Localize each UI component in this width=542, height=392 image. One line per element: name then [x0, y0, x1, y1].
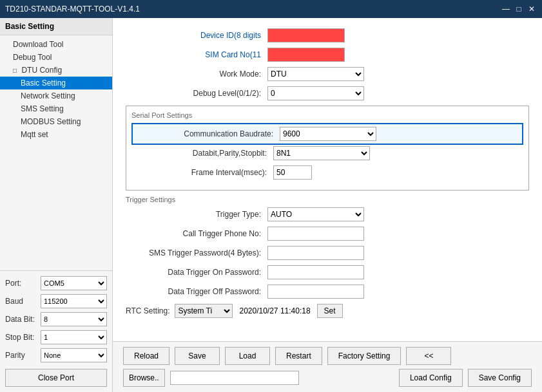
modbus-setting-label: MODBUS Setting [21, 117, 81, 126]
sidebar-item-sms-setting[interactable]: SMS Setting [0, 102, 112, 115]
dtu-config-label: DTU Config [21, 66, 62, 75]
content-area: Device ID(8 digits SIM Card No(11 Work M… [113, 18, 542, 341]
sms-trigger-label: SMS Trigger Password(4 Bytes): [126, 248, 267, 257]
left-panel: Basic Setting Download Tool Debug Tool □… [0, 18, 113, 392]
port-section: Port: COM5 Baud 115200 Data Bit: 8 Stop … [0, 270, 112, 392]
comm-baudrate-row: Communication Baudrate: 9600 19200 38400… [131, 123, 523, 145]
frame-interval-label: Frame Interval(msec): [131, 168, 273, 177]
close-button[interactable]: ✕ [527, 4, 537, 14]
factory-setting-button[interactable]: Factory Setting [327, 347, 402, 365]
data-bit-select[interactable]: 8 [41, 312, 107, 326]
port-select[interactable]: COM5 [41, 276, 107, 290]
bottom-toolbar: Reload Save Load Restart Factory Setting… [113, 341, 542, 392]
comm-baudrate-select[interactable]: 9600 19200 38400 57600 115200 [280, 127, 376, 141]
app-title: TD210-STANDAR-MQTT-TOOL-V1.4.1 [5, 5, 140, 14]
network-setting-label: Network Setting [21, 91, 75, 100]
sidebar-item-debug-tool[interactable]: Debug Tool [0, 51, 112, 64]
sms-trigger-input[interactable] [267, 246, 364, 260]
debug-level-select[interactable]: 0 1 2 [267, 86, 364, 100]
serial-port-label: Serial Port Settings [131, 111, 523, 119]
download-tool-label: Download Tool [13, 40, 64, 49]
data-trigger-off-row: Data Trigger Off Password: [126, 285, 529, 299]
sidebar-item-dtu-config[interactable]: □ DTU Config [0, 64, 112, 77]
call-trigger-row: Call Trigger Phone No: [126, 227, 529, 241]
reload-button[interactable]: Reload [123, 347, 169, 365]
rtc-setting-label: RTC Setting: [126, 306, 169, 315]
title-bar: TD210-STANDAR-MQTT-TOOL-V1.4.1 — □ ✕ [0, 0, 542, 18]
parity-label: Parity [5, 351, 41, 360]
work-mode-row: Work Mode: DTU ModBus TCP [126, 67, 529, 81]
serial-port-section: Serial Port Settings Communication Baudr… [126, 106, 529, 191]
save-button[interactable]: Save [175, 347, 220, 365]
sim-card-row: SIM Card No(11 [126, 48, 529, 62]
rtc-time-value: 2020/10/27 11:40:18 [239, 306, 310, 315]
mqtt-set-label: Mqtt set [21, 130, 48, 139]
device-id-input[interactable] [267, 28, 345, 42]
save-config-button[interactable]: Save Config [468, 369, 532, 387]
trigger-type-label: Trigger Type: [126, 210, 267, 219]
work-mode-label: Work Mode: [126, 70, 267, 79]
arrow-button[interactable]: << [406, 347, 451, 365]
sidebar-item-basic-setting[interactable]: Basic Setting [0, 77, 112, 89]
sidebar-item-modbus-setting[interactable]: MODBUS Setting [0, 115, 112, 128]
browse-button[interactable]: Browse.. [123, 369, 165, 387]
comm-baudrate-label: Communication Baudrate: [138, 129, 280, 138]
panel-header: Basic Setting [0, 18, 112, 35]
minimize-button[interactable]: — [501, 4, 511, 14]
data-parity-row: Databit,Parity,Stopbit: 8N1 7E1 7O1 [131, 146, 523, 160]
device-id-row: Device ID(8 digits [126, 28, 529, 42]
data-trigger-on-label: Data Trigger On Password: [126, 268, 267, 277]
sms-setting-label: SMS Setting [21, 104, 64, 113]
rtc-row: RTC Setting: System Ti 2020/10/27 11:40:… [126, 304, 529, 318]
data-trigger-on-input[interactable] [267, 265, 364, 279]
debug-level-label: Debug Level(0/1/2): [126, 89, 267, 98]
browse-input[interactable] [170, 371, 299, 385]
debug-tool-label: Debug Tool [13, 53, 52, 62]
close-port-button[interactable]: Close Port [5, 369, 107, 387]
call-trigger-label: Call Trigger Phone No: [126, 229, 267, 238]
data-trigger-on-row: Data Trigger On Password: [126, 265, 529, 279]
rtc-select[interactable]: System Ti [175, 304, 233, 318]
data-trigger-off-label: Data Trigger Off Password: [126, 287, 267, 296]
sim-card-label: SIM Card No(11 [126, 50, 267, 59]
trigger-section: Trigger Settings Trigger Type: AUTO CALL… [126, 196, 529, 299]
data-parity-label: Databit,Parity,Stopbit: [131, 149, 273, 158]
stop-bit-select[interactable]: 1 [41, 330, 107, 344]
call-trigger-input[interactable] [267, 227, 364, 241]
trigger-type-row: Trigger Type: AUTO CALL SMS DATA [126, 207, 529, 221]
frame-interval-row: Frame Interval(msec): [131, 165, 523, 180]
sidebar-item-download-tool[interactable]: Download Tool [0, 38, 112, 51]
frame-interval-input[interactable] [273, 165, 312, 180]
data-parity-select[interactable]: 8N1 7E1 7O1 [273, 146, 370, 160]
load-button[interactable]: Load [225, 347, 270, 365]
baud-select[interactable]: 115200 [41, 294, 107, 308]
expand-icon: □ [13, 67, 17, 74]
parity-select[interactable]: None [41, 348, 107, 362]
stop-bit-label: Stop Bit: [5, 333, 41, 342]
right-panel: Device ID(8 digits SIM Card No(11 Work M… [113, 18, 542, 392]
browse-row: Browse.. Load Config Save Config [123, 369, 532, 387]
sim-card-input[interactable] [267, 48, 345, 62]
port-label: Port: [5, 279, 41, 288]
trigger-type-select[interactable]: AUTO CALL SMS DATA [267, 207, 364, 221]
debug-level-row: Debug Level(0/1/2): 0 1 2 [126, 86, 529, 100]
data-bit-label: Data Bit: [5, 315, 41, 324]
data-trigger-off-input[interactable] [267, 285, 364, 299]
sms-trigger-row: SMS Trigger Password(4 Bytes): [126, 246, 529, 260]
maximize-button[interactable]: □ [514, 4, 524, 14]
trigger-section-label: Trigger Settings [126, 196, 529, 203]
tree-view: Download Tool Debug Tool □ DTU Config Ba… [0, 35, 112, 270]
basic-setting-label: Basic Setting [21, 79, 66, 88]
sidebar-item-network-setting[interactable]: Network Setting [0, 89, 112, 102]
baud-label: Baud [5, 297, 41, 306]
device-id-label: Device ID(8 digits [126, 31, 267, 40]
restart-button[interactable]: Restart [275, 347, 322, 365]
work-mode-select[interactable]: DTU ModBus TCP [267, 67, 364, 81]
main-btn-row: Reload Save Load Restart Factory Setting… [123, 347, 532, 365]
sidebar-item-mqtt-set[interactable]: Mqtt set [0, 128, 112, 141]
rtc-set-button[interactable]: Set [317, 304, 343, 318]
load-config-button[interactable]: Load Config [399, 369, 463, 387]
